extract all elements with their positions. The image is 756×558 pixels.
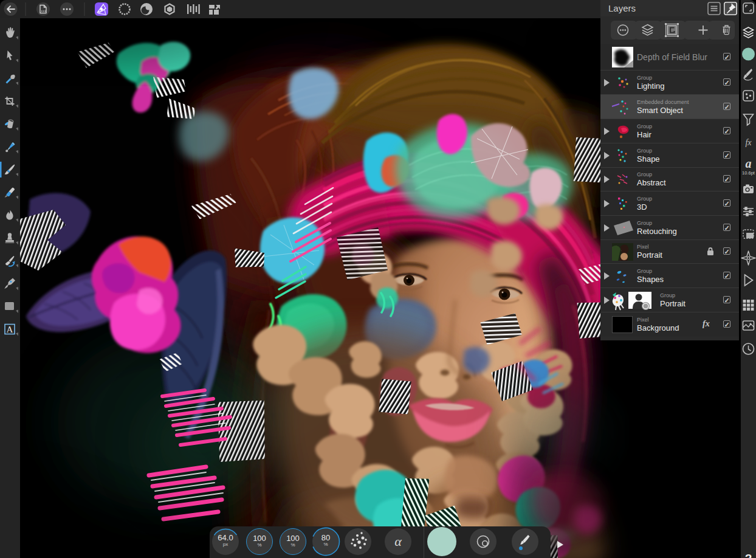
svg-text:10.6pt: 10.6pt [742, 170, 755, 176]
svg-text:a: a [746, 157, 752, 170]
svg-text:α: α [394, 534, 402, 549]
svg-text:A: A [7, 325, 13, 334]
svg-text:fx: fx [745, 138, 752, 147]
svg-text:?: ? [745, 552, 752, 558]
